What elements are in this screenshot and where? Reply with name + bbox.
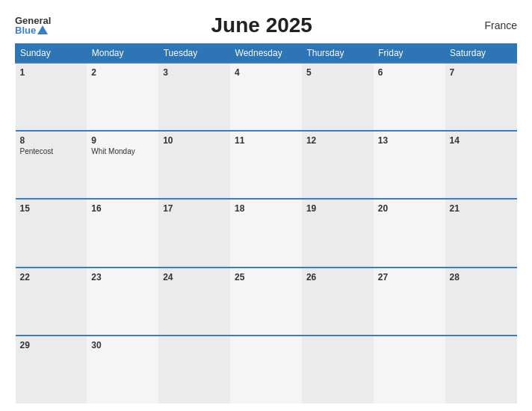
calendar-day-cell: 5: [302, 63, 374, 131]
day-number: 5: [306, 67, 369, 78]
calendar-day-cell: 28: [445, 268, 517, 336]
header-saturday: Saturday: [445, 44, 517, 64]
calendar-day-cell: 11: [230, 131, 302, 199]
day-number: 22: [20, 272, 83, 282]
header-monday: Monday: [87, 44, 158, 64]
header-wednesday: Wednesday: [230, 44, 302, 64]
day-number: 9: [91, 135, 154, 146]
day-number: 21: [450, 203, 513, 214]
day-event: Whit Monday: [91, 147, 154, 155]
logo-triangle-icon: [37, 25, 48, 34]
day-number: 26: [306, 272, 369, 282]
calendar-day-cell: 16: [87, 199, 158, 267]
calendar-page: General Blue June 2025 France Sunday Mon…: [0, 0, 532, 411]
calendar-day-cell: 21: [445, 199, 517, 267]
day-number: 28: [450, 272, 513, 282]
header-thursday: Thursday: [302, 44, 374, 64]
calendar-week-row: 8Pentecost9Whit Monday1011121314: [16, 131, 517, 199]
calendar-day-cell: 9Whit Monday: [87, 131, 158, 199]
day-number: 8: [20, 135, 83, 146]
calendar-day-cell: 24: [158, 268, 230, 336]
day-number: 3: [163, 67, 226, 78]
day-number: 7: [450, 67, 513, 78]
day-number: 17: [163, 203, 226, 214]
calendar-day-cell: 2: [87, 63, 158, 131]
calendar-day-cell: 29: [16, 336, 87, 404]
calendar-day-cell: 12: [302, 131, 374, 199]
day-number: 14: [450, 135, 513, 146]
calendar-day-cell: 13: [374, 131, 445, 199]
calendar-day-cell: 7: [445, 63, 517, 131]
day-number: 30: [91, 340, 154, 350]
day-number: 20: [378, 203, 441, 214]
day-number: 18: [235, 203, 297, 214]
calendar-day-cell: 27: [374, 268, 445, 336]
calendar-day-cell: 4: [230, 63, 302, 131]
calendar-title: June 2025: [51, 13, 472, 37]
calendar-day-cell: 15: [16, 199, 87, 267]
calendar-day-cell: [158, 336, 230, 404]
weekday-header-row: Sunday Monday Tuesday Wednesday Thursday…: [16, 44, 517, 64]
header-friday: Friday: [374, 44, 445, 64]
calendar-week-row: 15161718192021: [16, 199, 517, 267]
calendar-day-cell: 6: [374, 63, 445, 131]
calendar-table: Sunday Monday Tuesday Wednesday Thursday…: [15, 43, 517, 404]
calendar-week-row: 2930: [16, 336, 517, 404]
day-number: 1: [20, 67, 83, 78]
calendar-day-cell: 10: [158, 131, 230, 199]
calendar-week-row: 22232425262728: [16, 268, 517, 336]
header-sunday: Sunday: [16, 44, 87, 64]
calendar-day-cell: [230, 336, 302, 404]
calendar-day-cell: 25: [230, 268, 302, 336]
day-number: 11: [235, 135, 297, 146]
day-number: 15: [20, 203, 83, 214]
day-number: 2: [91, 67, 154, 78]
calendar-week-row: 1234567: [16, 63, 517, 131]
day-number: 24: [163, 272, 226, 282]
calendar-day-cell: 26: [302, 268, 374, 336]
day-number: 23: [91, 272, 154, 282]
calendar-day-cell: 3: [158, 63, 230, 131]
day-number: 13: [378, 135, 441, 146]
calendar-day-cell: [302, 336, 374, 404]
calendar-day-cell: [374, 336, 445, 404]
day-number: 16: [91, 203, 154, 214]
logo-blue-text: Blue: [15, 25, 51, 35]
day-number: 10: [163, 135, 226, 146]
calendar-day-cell: 1: [16, 63, 87, 131]
header-tuesday: Tuesday: [158, 44, 230, 64]
calendar-day-cell: 14: [445, 131, 517, 199]
calendar-day-cell: 8Pentecost: [16, 131, 87, 199]
calendar-day-cell: 20: [374, 199, 445, 267]
day-number: 25: [235, 272, 297, 282]
logo: General Blue: [15, 16, 51, 35]
calendar-day-cell: 22: [16, 268, 87, 336]
header: General Blue June 2025 France: [15, 13, 517, 37]
calendar-day-cell: [445, 336, 517, 404]
calendar-day-cell: 23: [87, 268, 158, 336]
calendar-day-cell: 18: [230, 199, 302, 267]
day-number: 4: [235, 67, 297, 78]
day-event: Pentecost: [20, 147, 83, 155]
day-number: 29: [20, 340, 83, 350]
calendar-day-cell: 19: [302, 199, 374, 267]
day-number: 27: [378, 272, 441, 282]
day-number: 6: [378, 67, 441, 78]
day-number: 19: [306, 203, 369, 214]
calendar-day-cell: 17: [158, 199, 230, 267]
country-label: France: [472, 19, 517, 31]
day-number: 12: [306, 135, 369, 146]
calendar-day-cell: 30: [87, 336, 158, 404]
